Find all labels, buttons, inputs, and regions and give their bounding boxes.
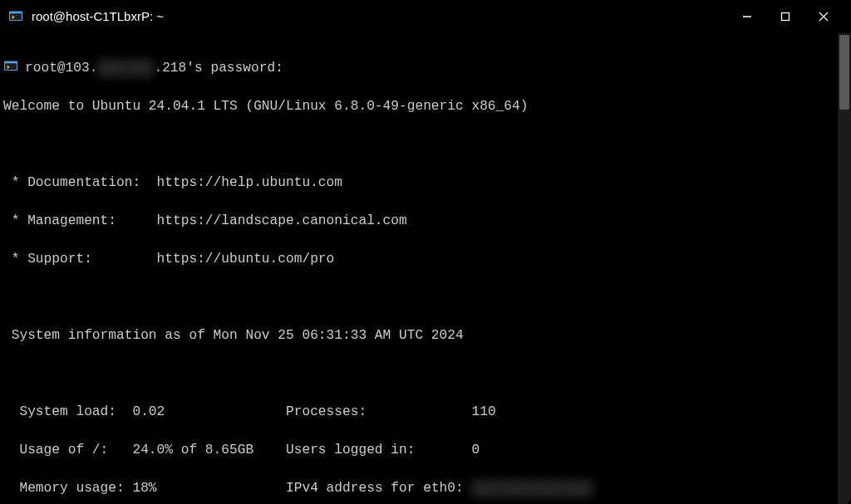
terminal-prompt-icon <box>3 59 20 74</box>
proc-label: Processes: <box>286 404 471 419</box>
window-controls <box>728 3 843 30</box>
welcome-line: Welcome to Ubuntu 24.04.1 LTS (GNU/Linux… <box>3 97 834 116</box>
terminal-output[interactable]: root@103.xxx.xxx.218's password: Welcome… <box>0 33 838 504</box>
password-prompt: root@103.xxx.xxx.218's password: <box>25 61 283 76</box>
ipv4-hidden: xxx.xxx.xxx.xxx <box>471 479 593 498</box>
close-button[interactable] <box>804 3 843 30</box>
maximize-button[interactable] <box>766 3 804 30</box>
support-label: * Support: <box>3 252 157 267</box>
ip-hidden: xxx.xxx <box>97 59 154 78</box>
proc-val: 110 <box>471 404 495 419</box>
svg-rect-3 <box>782 12 790 20</box>
mgmt-url: https://landscape.canonical.com <box>157 213 407 228</box>
terminal-app-icon <box>8 9 23 24</box>
doc-label: * Documentation: <box>3 175 157 190</box>
scrollbar-thumb[interactable] <box>839 35 849 110</box>
svg-rect-7 <box>5 61 17 63</box>
window-title: root@host-C1TLbxrP: ~ <box>32 9 728 23</box>
minimize-button[interactable] <box>728 3 766 30</box>
mem-label: Memory usage: <box>3 481 132 496</box>
sys-load-label: System load: <box>3 404 132 419</box>
svg-rect-1 <box>10 12 22 13</box>
support-url: https://ubuntu.com/pro <box>157 252 335 267</box>
mem-val: 18% <box>132 481 156 496</box>
doc-url: https://help.ubuntu.com <box>157 175 342 190</box>
titlebar: root@host-C1TLbxrP: ~ <box>0 0 851 33</box>
sys-load-val: 0.02 <box>132 404 165 419</box>
disk-val: 24.0% of 8.65GB <box>132 443 253 458</box>
sysinfo-header: System information as of Mon Nov 25 06:3… <box>3 326 834 345</box>
users-label: Users logged in: <box>286 443 471 458</box>
users-val: 0 <box>471 443 480 458</box>
disk-label: Usage of /: <box>3 443 132 458</box>
scrollbar[interactable] <box>838 33 851 504</box>
mgmt-label: * Management: <box>3 213 157 228</box>
terminal-area: root@103.xxx.xxx.218's password: Welcome… <box>0 33 851 504</box>
ipv4-label: IPv4 address for eth0: <box>286 481 471 496</box>
